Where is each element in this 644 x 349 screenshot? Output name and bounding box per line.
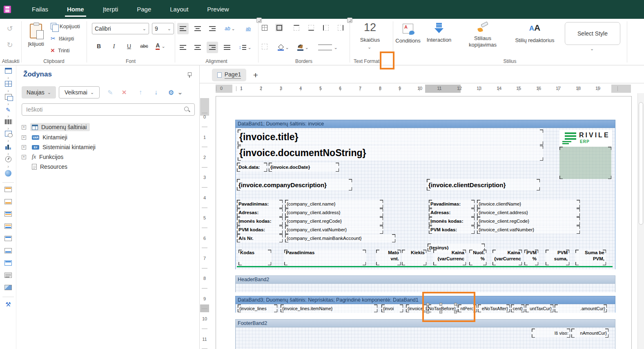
service-tools-button[interactable]: ⚒ [0, 301, 16, 308]
menu-page[interactable]: Page [127, 0, 160, 19]
border-none-button[interactable] [261, 43, 268, 50]
text-direction-button[interactable]: ab ⌄ [221, 23, 239, 34]
shapes-component-button[interactable]: › [0, 131, 16, 142]
interaction-button[interactable]: Interaction [425, 23, 453, 43]
align-justify-button[interactable] [221, 42, 233, 53]
table-component-button[interactable]: › [0, 81, 16, 92]
border-left-button[interactable] [322, 24, 330, 31]
border-style-button[interactable]: ⌄ [315, 43, 341, 52]
company-bank-field[interactable]: {company_client.mainBankAccount} [285, 234, 395, 242]
company-address-label[interactable]: Adresas: [237, 208, 283, 217]
total-label[interactable]: Iš viso: [532, 329, 570, 338]
border-all-button[interactable] [261, 24, 268, 31]
page-tab[interactable]: Page1 [212, 69, 246, 81]
company-name-label[interactable]: Pavadinimas: [237, 200, 283, 208]
horizontal-ruler[interactable]: 0 1 2 3 4 5 6 7 8 9 10 11 12 13 14 15 16… [210, 85, 632, 93]
delete-button[interactable]: × Trinti [51, 47, 69, 54]
company-regcode-field[interactable]: {company_client.regCode} [285, 217, 383, 225]
databand1-content[interactable]: {invoice.title} {invoice.documentNoStrin… [235, 128, 615, 269]
headerband2-header[interactable]: HeaderBand2 [235, 275, 615, 284]
image-placeholder[interactable] [559, 147, 611, 179]
new-button[interactable]: Naujas⌄ [22, 86, 56, 98]
company-vat-label[interactable]: PVM kodas: [237, 226, 283, 234]
client-name-label[interactable]: Pavadinimas: [429, 200, 475, 208]
cross-band-component-button[interactable]: › [0, 94, 16, 105]
chevron-down-icon[interactable]: ⌄ [590, 47, 594, 51]
line-cell-amountcur[interactable]: .amountCur} [555, 304, 607, 312]
headerband2-content[interactable] [235, 284, 615, 292]
header-band-button[interactable] [0, 211, 16, 218]
barcode-component-button[interactable]: › [0, 119, 16, 130]
company-bank-label[interactable]: A/s Nr. [237, 234, 283, 242]
scrollbar-thumb[interactable] [639, 102, 643, 225]
menu-home[interactable]: Home [58, 0, 94, 19]
pin-icon[interactable] [187, 72, 192, 78]
strikethrough-button[interactable]: abc [139, 41, 149, 51]
redo-icon[interactable]: ↻ [5, 40, 15, 50]
company-regcode-label[interactable]: Įmonės kodas: [237, 217, 283, 225]
word-wrap-button[interactable]: ab [242, 23, 254, 34]
tree-item-data-sources[interactable]: + Duomenų šaltiniai [22, 123, 90, 131]
col-header-kaina-2[interactable]: Kaina{varCurrenc [492, 250, 522, 265]
settings-chevron[interactable]: ⌄ [177, 89, 183, 96]
page-header-band-button[interactable] [0, 235, 16, 243]
add-page-button[interactable]: + [250, 69, 261, 81]
border-right-button[interactable] [336, 24, 344, 31]
chart-component-button[interactable]: › [0, 144, 16, 155]
line-cell-2[interactable]: {invoi [381, 304, 403, 312]
vertical-ruler[interactable]: 0 1 2 3 4 5 6 7 8 9 10 11 [200, 93, 209, 349]
border-bottom-button[interactable] [307, 24, 315, 31]
panel-component-button[interactable] [0, 260, 16, 267]
border-color-button[interactable]: ⌄ [296, 43, 310, 52]
search-input[interactable] [22, 106, 184, 113]
align-right-button[interactable] [207, 42, 218, 53]
footer-band-button[interactable] [0, 223, 16, 230]
company-address-field[interactable]: {company_client.address} [285, 208, 383, 217]
copy-button[interactable]: Kopijuoti [51, 23, 80, 29]
conditions-button[interactable]: A Conditions [394, 23, 421, 44]
doc-date-label[interactable]: Dok.data: [237, 163, 267, 172]
col-header-mato-vnt[interactable]: Matovnt. [376, 250, 401, 265]
expand-icon[interactable]: + [22, 155, 26, 159]
actions-button[interactable]: Veiksmai⌄ [59, 86, 100, 98]
underline-button[interactable]: U [124, 41, 134, 51]
bold-button[interactable]: B [94, 41, 104, 51]
col-header-kiekis[interactable]: Kiekis [402, 250, 426, 265]
align-middle-button[interactable] [192, 23, 203, 34]
image-component-button[interactable] [0, 284, 16, 292]
line-cell-percent[interactable]: cent} [511, 304, 524, 312]
paste-button[interactable]: Įklijuoti [26, 22, 46, 55]
align-top-button[interactable] [177, 23, 189, 34]
client-regcode-field[interactable]: {invoice_client.regCode} [477, 217, 580, 225]
page-footer-band-button[interactable] [0, 248, 16, 255]
gauge-component-button[interactable]: › [0, 156, 16, 168]
undo-icon[interactable]: ↺ [5, 24, 15, 34]
text-format-value[interactable]: 12 [350, 21, 390, 34]
menu-preview[interactable]: Preview [198, 0, 238, 19]
menu-failas[interactable]: Failas [22, 0, 58, 19]
client-vat-field[interactable]: {invoice_client.vatNumber} [477, 226, 580, 234]
design-vertical-scrollbar[interactable] [637, 93, 644, 349]
col-header-suma-be-pvm[interactable]: Suma bePVM, [575, 250, 606, 265]
client-vat-label[interactable]: PVM kodas: [429, 226, 475, 234]
italic-button[interactable]: I [109, 41, 119, 51]
style-copy-button[interactable]: Stiliauskopijavimas [462, 23, 503, 48]
chevron-down-icon[interactable]: ⌄ [368, 45, 371, 49]
client-address-field[interactable]: {invoice_client.address} [477, 208, 580, 217]
map-component-button[interactable] [0, 170, 16, 178]
align-left-button[interactable] [177, 42, 189, 53]
invoice-docno-field[interactable]: {invoice.documentNoString} [238, 145, 543, 161]
select-style-button[interactable]: Select Style [565, 22, 620, 45]
borders-dialog-launcher[interactable] [256, 18, 262, 23]
menu-layout[interactable]: Layout [160, 0, 198, 19]
report-title-band-button[interactable] [0, 186, 16, 194]
tree-item-resources[interactable]: Resources [22, 163, 71, 171]
font-size-select[interactable]: 9⌄ [152, 23, 174, 34]
align-center-button[interactable] [192, 42, 203, 53]
databand1-header[interactable]: DataBand1; Duomenų šaltinis: invoice [235, 120, 615, 128]
col-header-pavadinimas[interactable]: Pavadinimas [284, 250, 366, 265]
doc-date-field[interactable]: {invoice.docDate} [269, 163, 339, 172]
col-header-nuolaida[interactable]: Nuol.% [469, 250, 486, 265]
client-address-label[interactable]: Adresas: [429, 208, 475, 217]
line-cell-taxcur[interactable]: untTaxCur} [526, 304, 553, 312]
